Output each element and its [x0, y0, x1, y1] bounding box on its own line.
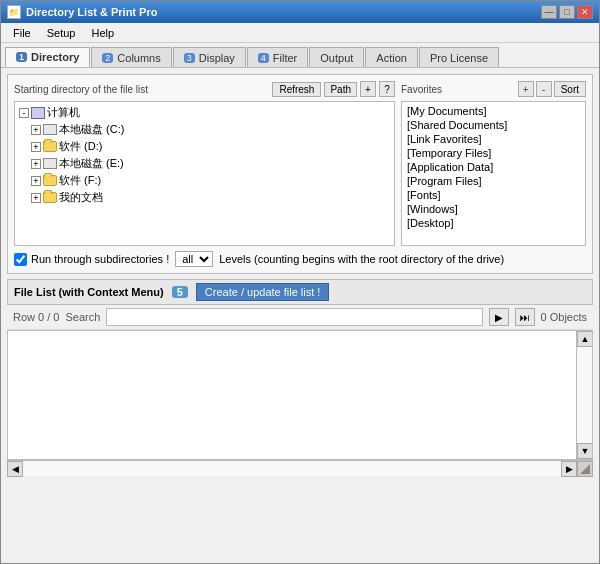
fav-item-3[interactable]: [Temporary Files] [404, 146, 583, 160]
tree-label-d: 软件 (D:) [59, 139, 102, 154]
scrollbar-vertical[interactable]: ▲ ▼ [576, 331, 592, 459]
filelist-header: File List (with Context Menu) 5 Create /… [7, 279, 593, 305]
fav-item-7[interactable]: [Windows] [404, 202, 583, 216]
expand-icon-e[interactable]: + [31, 159, 41, 169]
fav-add-button[interactable]: + [518, 81, 534, 97]
create-filelist-button[interactable]: Create / update file list ! [196, 283, 330, 301]
tab-columns[interactable]: 2 Columns [91, 47, 171, 67]
computer-icon [31, 107, 45, 119]
tree-item-f[interactable]: + 软件 (F:) [17, 172, 392, 189]
tab-num-3: 3 [184, 53, 195, 63]
fav-item-8[interactable]: [Desktop] [404, 216, 583, 230]
fav-item-5[interactable]: [Program Files] [404, 174, 583, 188]
window-title: Directory List & Print Pro [26, 6, 541, 18]
question-button[interactable]: ? [379, 81, 395, 97]
close-button[interactable]: ✕ [577, 5, 593, 19]
tab-prolicense[interactable]: Pro License [419, 47, 499, 67]
subdir-checkbox-label[interactable]: Run through subdirectories ! [14, 253, 169, 266]
maximize-button[interactable]: □ [559, 5, 575, 19]
search-row: Row 0 / 0 Search ▶ ⏭ 0 Objects [7, 305, 593, 330]
scroll-right-button[interactable]: ▶ [561, 461, 577, 477]
play-button[interactable]: ▶ [489, 308, 509, 326]
fav-sort-button[interactable]: Sort [554, 81, 586, 97]
directory-tree[interactable]: - 计算机 + 本地磁盘 (C:) + [14, 101, 395, 246]
main-window: 📁 Directory List & Print Pro — □ ✕ File … [0, 0, 600, 564]
search-input[interactable] [106, 308, 482, 326]
expand-icon-d[interactable]: + [31, 142, 41, 152]
tab-label-directory: Directory [31, 51, 79, 63]
expand-icon-mydocs[interactable]: + [31, 193, 41, 203]
search-label: Search [65, 311, 100, 323]
fav-item-4[interactable]: [Application Data] [404, 160, 583, 174]
title-bar: 📁 Directory List & Print Pro — □ ✕ [1, 1, 599, 23]
expand-icon-f[interactable]: + [31, 176, 41, 186]
tabs-bar: 1 Directory 2 Columns 3 Display 4 Filter… [1, 43, 599, 68]
fav-remove-button[interactable]: - [536, 81, 552, 97]
tab-label-columns: Columns [117, 52, 160, 64]
filelist-badge: 5 [172, 286, 188, 298]
tab-display[interactable]: 3 Display [173, 47, 246, 67]
dir-right: Favorites + - Sort [My Documents] [Share… [401, 81, 586, 246]
expand-icon-computer[interactable]: - [19, 108, 29, 118]
header-controls: Refresh Path + ? [272, 81, 395, 97]
tree-label-e: 本地磁盘 (E:) [59, 156, 124, 171]
fav-header: Favorites + - Sort [401, 81, 586, 97]
subdir-checkbox[interactable] [14, 253, 27, 266]
tree-label-f: 软件 (F:) [59, 173, 101, 188]
tree-item-computer[interactable]: - 计算机 [17, 104, 392, 121]
favorites-label: Favorites [401, 84, 442, 95]
fav-item-2[interactable]: [Link Favorites] [404, 132, 583, 146]
app-icon: 📁 [7, 5, 21, 19]
path-button[interactable]: Path [324, 82, 357, 97]
menu-setup[interactable]: Setup [39, 25, 84, 41]
scroll-track-h[interactable] [23, 461, 561, 476]
dir-left: Starting directory of the file list Refr… [14, 81, 395, 246]
folder-icon-f [43, 175, 57, 186]
fav-item-1[interactable]: [Shared Documents] [404, 118, 583, 132]
fav-item-6[interactable]: [Fonts] [404, 188, 583, 202]
menu-file[interactable]: File [5, 25, 39, 41]
tab-num-4: 4 [258, 53, 269, 63]
tab-directory[interactable]: 1 Directory [5, 47, 90, 67]
fav-header-buttons: + - Sort [518, 81, 586, 97]
directory-section: Starting directory of the file list Refr… [7, 74, 593, 274]
expand-icon-c[interactable]: + [31, 125, 41, 135]
tree-item-c[interactable]: + 本地磁盘 (C:) [17, 121, 392, 138]
scrollbar-horizontal: ◀ ▶ [7, 460, 593, 476]
scroll-left-button[interactable]: ◀ [7, 461, 23, 477]
tab-num-2: 2 [102, 53, 113, 63]
status-corner [577, 461, 593, 477]
list-area: ▲ ▼ [7, 330, 593, 460]
tab-filter[interactable]: 4 Filter [247, 47, 308, 67]
menu-bar: File Setup Help [1, 23, 599, 43]
svg-marker-0 [580, 464, 590, 474]
drive-icon-c [43, 124, 57, 135]
minimize-button[interactable]: — [541, 5, 557, 19]
fast-forward-button[interactable]: ⏭ [515, 308, 535, 326]
tab-label-prolicense: Pro License [430, 52, 488, 64]
tree-item-mydocs[interactable]: + 我的文档 [17, 189, 392, 206]
scroll-track-v[interactable] [577, 347, 592, 443]
window-controls: — □ ✕ [541, 5, 593, 19]
tab-label-output: Output [320, 52, 353, 64]
list-content[interactable] [8, 331, 576, 459]
filelist-section: File List (with Context Menu) 5 Create /… [7, 279, 593, 476]
refresh-button[interactable]: Refresh [272, 82, 321, 97]
fav-item-0[interactable]: [My Documents] [404, 104, 583, 118]
plus-button[interactable]: + [360, 81, 376, 97]
folder-icon-mydocs [43, 192, 57, 203]
tab-output[interactable]: Output [309, 47, 364, 67]
tab-action[interactable]: Action [365, 47, 418, 67]
tree-label-computer: 计算机 [47, 105, 80, 120]
tree-item-e[interactable]: + 本地磁盘 (E:) [17, 155, 392, 172]
scroll-down-button[interactable]: ▼ [577, 443, 593, 459]
tree-label-mydocs: 我的文档 [59, 190, 103, 205]
scroll-up-button[interactable]: ▲ [577, 331, 593, 347]
favorites-list[interactable]: [My Documents] [Shared Documents] [Link … [401, 101, 586, 246]
tree-label-c: 本地磁盘 (C:) [59, 122, 124, 137]
levels-select[interactable]: all 1 2 3 [175, 251, 213, 267]
menu-help[interactable]: Help [83, 25, 122, 41]
tree-item-d[interactable]: + 软件 (D:) [17, 138, 392, 155]
tab-label-action: Action [376, 52, 407, 64]
subdir-row: Run through subdirectories ! all 1 2 3 L… [14, 251, 586, 267]
